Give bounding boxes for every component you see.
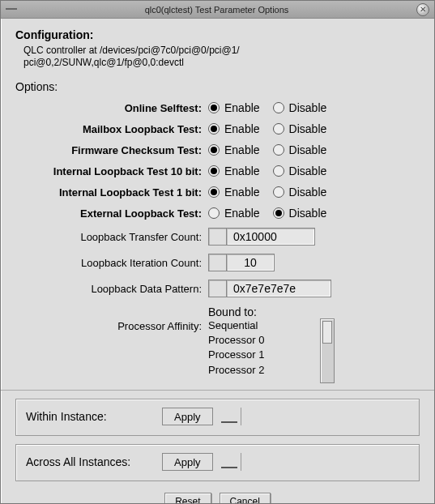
radio-il1-enable[interactable]: Enable [208,186,260,199]
titlebar: qlc0(qlctest) Test Parameter Options ✕ [1,1,434,19]
label-within-instance: Within Instance: [26,410,162,423]
iteration-count-input[interactable] [226,254,275,271]
radio-online-selftest-disable[interactable]: Disable [273,101,327,114]
row-iteration-count: Loopback Iteration Count: [15,254,420,271]
label-firmware-checksum: Firmware Checksum Test: [15,144,208,156]
row-mailbox-loopback: Mailbox Loopback Test: Enable Disable [15,122,420,135]
radio-il10-disable[interactable]: Disable [273,164,327,177]
content-area: Configuration: QLC controller at /device… [1,19,434,503]
label-transfer-count: Loopback Transfer Count: [15,231,208,243]
affinity-bound-to: Bound to: [208,305,335,318]
iteration-count-prefix [208,254,226,271]
label-across-all: Across All Instances: [26,455,162,468]
radio-firmware-enable[interactable]: Enable [208,143,260,156]
label-iteration-count: Loopback Iteration Count: [15,257,208,269]
apply-across-button[interactable]: Apply [162,453,213,471]
data-pattern-prefix [208,280,226,297]
radio-il1-disable[interactable]: Disable [273,186,327,199]
label-external-loopback: External Loopback Test: [15,207,208,220]
affinity-scrollbar[interactable] [320,318,335,383]
radio-mailbox-enable[interactable]: Enable [208,122,260,135]
row-internal-loopback-10: Internal Loopback Test 10 bit: Enable Di… [15,164,420,177]
configuration-text: QLC controller at /devices/pci@7c0/pci@0… [15,45,420,69]
affinity-listbox[interactable]: Sequential Processor 0 Processor 1 Proce… [208,318,313,383]
titlebar-left-icon [6,8,17,11]
list-item[interactable]: Processor 2 [208,363,313,378]
options-heading: Options: [15,80,420,93]
radio-il10-enable[interactable]: Enable [208,164,260,177]
within-combo-field[interactable] [241,408,274,425]
row-internal-loopback-1: Internal Loopback Test 1 bit: Enable Dis… [15,186,420,199]
list-item[interactable]: Processor 0 [208,333,313,348]
transfer-count-prefix [208,228,226,246]
scrollbar-thumb[interactable] [322,321,332,344]
window-title: qlc0(qlctest) Test Parameter Options [17,5,416,15]
row-data-pattern: Loopback Data Pattern: [15,280,420,297]
label-internal-loopback-1: Internal Loopback Test 1 bit: [15,186,208,199]
bottom-button-row: Reset Cancel [15,493,420,503]
cancel-button[interactable]: Cancel [220,493,271,503]
row-external-loopback: External Loopback Test: Enable Disable [15,207,420,220]
row-transfer-count: Loopback Transfer Count: [15,228,420,246]
close-icon[interactable]: ✕ [416,3,429,16]
list-item[interactable]: Sequential [208,318,313,333]
label-internal-loopback-10: Internal Loopback Test 10 bit: [15,165,208,177]
label-processor-affinity: Processor Affinity: [15,305,208,332]
list-item[interactable]: Processor 1 [208,348,313,362]
dialog-window: qlc0(qlctest) Test Parameter Options ✕ C… [0,0,435,504]
data-pattern-input[interactable] [226,280,331,297]
label-online-selftest: Online Selftest: [15,102,208,114]
radio-ext-enable[interactable]: Enable [208,207,260,220]
options-area: Online Selftest: Enable Disable Mailbox … [15,101,420,383]
apply-within-button[interactable]: Apply [162,408,213,425]
row-firmware-checksum: Firmware Checksum Test: Enable Disable [15,143,420,156]
configuration-heading: Configuration: [15,28,420,41]
radio-ext-disable[interactable]: Disable [273,207,327,220]
radio-mailbox-disable[interactable]: Disable [273,122,327,135]
row-online-selftest: Online Selftest: Enable Disable [15,101,420,114]
across-combo-field[interactable] [241,453,274,471]
label-data-pattern: Loopback Data Pattern: [15,283,208,295]
chevron-down-icon[interactable] [221,410,237,423]
reset-button[interactable]: Reset [164,493,211,503]
row-processor-affinity: Processor Affinity: Bound to: Sequential… [15,305,420,383]
chevron-down-icon[interactable] [221,455,237,468]
divider [1,390,434,391]
group-within-instance: Within Instance: Apply [15,399,420,436]
label-mailbox-loopback: Mailbox Loopback Test: [15,123,208,135]
group-across-all: Across All Instances: Apply [15,444,420,481]
transfer-count-input[interactable] [226,228,315,246]
radio-firmware-disable[interactable]: Disable [273,143,327,156]
radio-online-selftest-enable[interactable]: Enable [208,101,260,114]
